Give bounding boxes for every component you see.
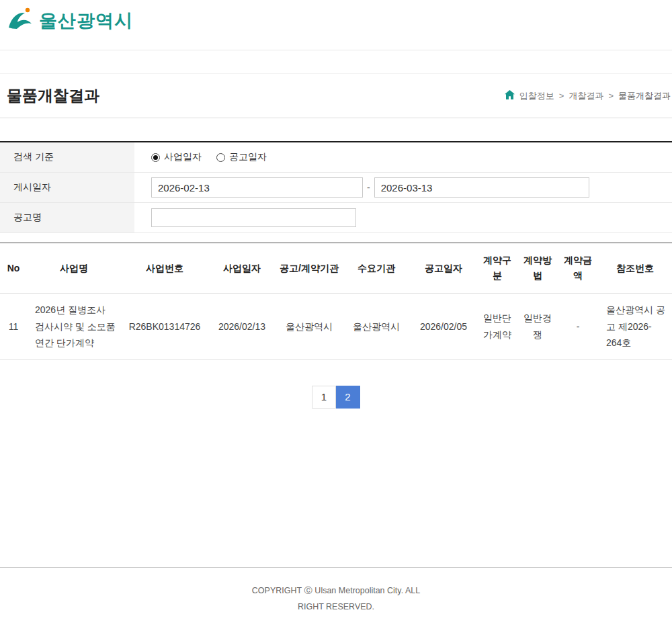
cell-no: 11 [0,294,27,360]
table-row: 11 2026년 질병조사 검사시약 및 소모품 연간 단가계약 R26BK01… [0,294,672,360]
cell-reference-number: 울산광역시 공고 제2026-264호 [598,294,672,360]
search-form: 검색 기준 사업일자 공고일자 게시일자 - 공고명 [0,141,672,233]
column-header-notice-org: 공고/계약기관 [276,243,343,294]
breadcrumb-separator: > [559,91,564,101]
cell-project-number: R26BK01314726 [121,294,208,360]
page-title: 물품개찰결과 [7,85,99,106]
radio-notice-date-label: 공고일자 [229,151,267,163]
column-header-contract-method: 계약방법 [517,243,558,294]
page-button-2[interactable]: 2 [336,386,360,409]
city-logo-text: 울산광역시 [39,9,133,33]
home-icon[interactable] [505,90,515,101]
breadcrumb-item-goods-opening-results[interactable]: 물품개찰결과 [618,90,671,102]
breadcrumb-item-opening-results[interactable]: 개찰결과 [569,90,603,102]
column-header-project-number: 사업번호 [121,243,208,294]
post-date-fields: - [134,173,672,202]
city-logo[interactable]: 울산광역시 [7,7,672,35]
title-bar: 물품개찰결과 입찰정보 > 개찰결과 > 물품개찰결과 [0,74,672,118]
search-row-post-date: 게시일자 - [0,173,672,203]
copyright-text: COPYRIGHT ⓒ Ulsan Metropolitan City. ALL… [242,583,430,615]
radio-project-date-circle[interactable] [151,153,160,162]
search-row-notice-name: 공고명 [0,203,672,233]
cell-contract-amount: - [558,294,598,360]
column-header-project-name: 사업명 [27,243,121,294]
column-header-contract-type: 계약구분 [477,243,517,294]
header-divider [0,50,672,74]
column-header-project-date: 사업일자 [208,243,276,294]
column-header-demand-org: 수요기관 [343,243,410,294]
date-from-input[interactable] [151,177,363,198]
page-button-1[interactable]: 1 [312,386,336,409]
site-footer: COPYRIGHT ⓒ Ulsan Metropolitan City. ALL… [0,567,672,636]
post-date-label: 게시일자 [0,173,134,202]
column-header-reference-number: 참조번호 [598,243,672,294]
breadcrumb: 입찰정보 > 개찰결과 > 물품개찰결과 [505,90,671,102]
notice-name-input[interactable] [151,208,356,227]
cell-project-name: 2026년 질병조사 검사시약 및 소모품 연간 단가계약 [27,294,121,360]
city-logo-icon [7,7,34,35]
radio-notice-date[interactable]: 공고일자 [216,151,267,163]
column-header-contract-amount: 계약금액 [558,243,598,294]
column-header-notice-date: 공고일자 [410,243,477,294]
date-range-separator: - [367,182,370,193]
cell-contract-method: 일반경쟁 [517,294,558,360]
notice-name-label: 공고명 [0,203,134,232]
column-header-no: No [0,243,27,294]
radio-project-date-label: 사업일자 [164,151,202,163]
cell-project-date: 2026/02/13 [208,294,276,360]
search-criteria-label: 검색 기준 [0,142,134,172]
site-header: 울산광역시 [0,0,672,50]
date-to-input[interactable] [374,177,589,198]
breadcrumb-item-bid-info[interactable]: 입찰정보 [519,90,554,102]
table-header-row: No 사업명 사업번호 사업일자 공고/계약기관 수요기관 공고일자 계약구분 … [0,243,672,294]
cell-notice-org: 울산광역시 [276,294,343,360]
breadcrumb-separator: > [608,91,614,101]
results-table: No 사업명 사업번호 사업일자 공고/계약기관 수요기관 공고일자 계약구분 … [0,243,672,360]
radio-project-date[interactable]: 사업일자 [151,151,202,163]
pagination: 1 2 [0,386,672,409]
cell-notice-date: 2026/02/05 [410,294,477,360]
search-row-criteria: 검색 기준 사업일자 공고일자 [0,142,672,173]
notice-name-field [134,203,672,232]
cell-demand-org: 울산광역시 [343,294,410,360]
radio-notice-date-circle[interactable] [216,153,225,162]
search-criteria-options: 사업일자 공고일자 [134,142,672,172]
cell-contract-type: 일반단가계약 [477,294,517,360]
